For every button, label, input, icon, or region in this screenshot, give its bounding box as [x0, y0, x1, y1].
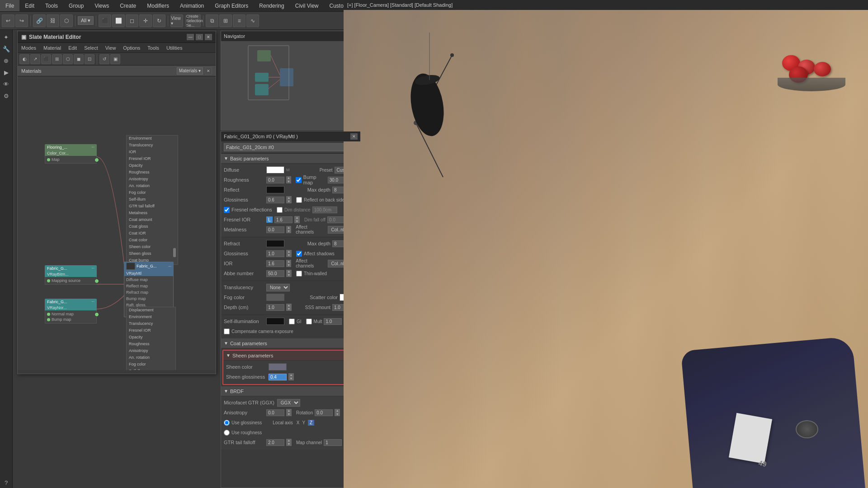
sidebar-hierarchy[interactable]: ⊕	[1, 55, 12, 66]
compensate-check[interactable]	[224, 328, 230, 334]
dim-dist-input[interactable]	[312, 206, 337, 213]
sheen-section-header[interactable]: ▼ Sheen parameters 🔒	[223, 351, 358, 361]
microfacet-select[interactable]: GGX	[277, 399, 300, 407]
rotate-btn[interactable]: ↻	[153, 14, 165, 27]
mult-input[interactable]	[324, 318, 342, 325]
materials-close[interactable]: ✕	[205, 67, 212, 75]
slate-tool4[interactable]: ⊞	[52, 54, 62, 64]
slate-menu-utilities[interactable]: Utilities	[163, 43, 186, 52]
metalness-stepper[interactable]: ▲ ▼	[286, 226, 291, 233]
undo-btn[interactable]: ↩	[2, 14, 14, 27]
menu-animation[interactable]: Animation	[175, 0, 209, 11]
gi-check[interactable]	[289, 319, 295, 324]
props-close[interactable]: ✕	[350, 133, 358, 140]
move-btn[interactable]: ✛	[139, 14, 152, 27]
ior-stepper[interactable]: ▲ ▼	[286, 260, 291, 267]
translucency-select[interactable]: None	[266, 284, 290, 291]
minimize-btn[interactable]: —	[187, 34, 194, 40]
abbe-input[interactable]	[266, 270, 284, 277]
menu-file[interactable]: File	[0, 0, 19, 11]
close-btn[interactable]: ✕	[205, 34, 212, 40]
menu-civil-view[interactable]: Civil View	[290, 0, 324, 11]
gtr-stepper[interactable]: ▲ ▼	[286, 439, 292, 446]
menu-views[interactable]: Views	[89, 0, 114, 11]
slate-tool5[interactable]: ⬡	[63, 54, 73, 64]
slate-tool9[interactable]: ▣	[110, 54, 120, 64]
slate-menu-options[interactable]: Options	[119, 43, 144, 52]
depth-up[interactable]: ▲	[286, 304, 292, 307]
menu-graph-editors[interactable]: Graph Editors	[209, 0, 254, 11]
depth-stepper[interactable]: ▲ ▼	[286, 304, 292, 311]
z-btn[interactable]: Z	[308, 420, 314, 426]
roughness-stepper[interactable]: ▲ ▼	[286, 176, 291, 183]
reflect-backside-check[interactable]	[296, 197, 302, 203]
bind-btn[interactable]: ⬡	[60, 14, 73, 27]
curves-btn[interactable]: ∿	[246, 14, 259, 27]
ior-down[interactable]: ▼	[286, 263, 291, 267]
brdf-section-header[interactable]: ▼ BRDF 🔒	[221, 386, 360, 396]
coat-section-header[interactable]: ▼ Coat parameters 🔒	[221, 338, 360, 348]
fresnel-check[interactable]	[224, 207, 230, 213]
sidebar-motion[interactable]: ▶	[1, 67, 12, 78]
sidebar-display[interactable]: 👁	[1, 79, 12, 89]
menu-edit[interactable]: Edit	[19, 0, 40, 11]
gtr-down[interactable]: ▼	[286, 442, 292, 446]
refract-gloss-up[interactable]: ▲	[286, 250, 292, 253]
use-roughness-radio[interactable]	[224, 430, 230, 436]
aniso-stepper[interactable]: ▲ ▼	[286, 409, 292, 416]
redo-btn[interactable]: ↪	[15, 14, 28, 27]
mirror-btn[interactable]: ⧉	[206, 14, 218, 27]
sidebar-utilities[interactable]: ⚙	[1, 90, 12, 101]
bump-map-checkbox[interactable]	[296, 177, 302, 183]
sheen-glossiness-input[interactable]	[269, 374, 287, 380]
view-btn[interactable]: View ▾	[170, 14, 183, 27]
slate-tool3[interactable]: ⬛	[41, 54, 51, 64]
roughness-down[interactable]: ▼	[286, 180, 291, 183]
reflect-swatch[interactable]	[266, 186, 284, 193]
rotation-up[interactable]: ▲	[335, 409, 340, 413]
glossiness-input[interactable]	[266, 197, 284, 203]
map-channel-input[interactable]	[324, 439, 342, 446]
selfillum-swatch[interactable]	[266, 318, 284, 325]
glossiness-down[interactable]: ▼	[286, 200, 292, 203]
diffuse-swatch[interactable]	[266, 166, 284, 174]
sheen-color-swatch[interactable]	[269, 363, 287, 371]
section-basic-header[interactable]: ▼ Basic parameters 🔒	[221, 154, 360, 164]
refract-glossiness-input[interactable]	[266, 250, 284, 257]
roughness-up[interactable]: ▲	[286, 176, 291, 180]
metalness-down[interactable]: ▼	[286, 230, 291, 233]
refract-swatch[interactable]	[266, 240, 284, 247]
sheen-gloss-stepper[interactable]: ▲ ▼	[288, 373, 294, 380]
aniso-input[interactable]	[266, 409, 284, 416]
slate-menu-edit[interactable]: Edit	[65, 43, 80, 52]
menu-rendering[interactable]: Rendering	[254, 0, 289, 11]
aniso-up[interactable]: ▲	[286, 409, 292, 413]
fog-swatch[interactable]	[266, 294, 284, 301]
aniso-down[interactable]: ▼	[286, 413, 292, 416]
fresnel-ior-input[interactable]	[274, 216, 292, 223]
slate-tool7[interactable]: ⊡	[85, 54, 94, 64]
bump-value-input[interactable]	[328, 177, 346, 183]
select-obj-btn[interactable]: ⬛	[99, 14, 111, 27]
align-btn[interactable]: ⊞	[219, 14, 232, 27]
menu-group[interactable]: Group	[63, 0, 89, 11]
select-region-btn[interactable]: ⬜	[112, 14, 125, 27]
slate-menu-modes[interactable]: Modes	[18, 43, 40, 52]
glossiness-up[interactable]: ▲	[286, 196, 292, 200]
abbe-stepper[interactable]: ▲ ▼	[286, 270, 292, 277]
lasso-btn[interactable]: ◻	[126, 14, 138, 27]
material-name-input[interactable]	[224, 143, 358, 151]
metalness-input[interactable]	[266, 226, 284, 233]
fresnel-ior-stepper[interactable]: ▲ ▼	[294, 216, 300, 223]
roughness-input[interactable]	[266, 177, 284, 183]
fresnel-ior-up[interactable]: ▲	[294, 216, 300, 220]
slate-menu-tools[interactable]: Tools	[144, 43, 163, 52]
refract-gloss-down[interactable]: ▼	[286, 253, 292, 257]
drag-handle[interactable]	[173, 248, 176, 257]
dim-falloff-input[interactable]	[327, 216, 345, 223]
gtr-input[interactable]	[266, 439, 284, 446]
slate-tool8[interactable]: ↺	[99, 54, 109, 64]
link-btn[interactable]: 🔗	[33, 14, 46, 27]
select-dropdown[interactable]: All ▾	[78, 16, 94, 25]
unlink-btn[interactable]: ⛓	[47, 14, 59, 27]
